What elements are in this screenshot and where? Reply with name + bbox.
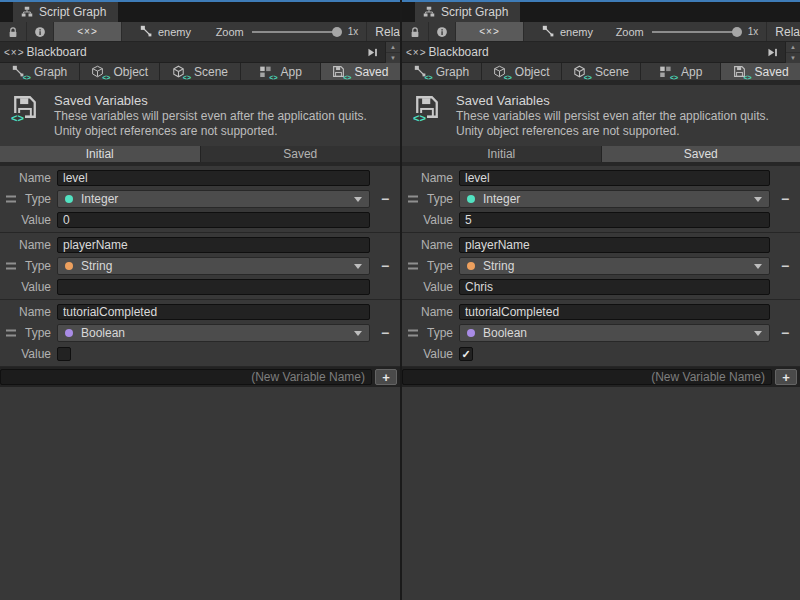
- drag-handle[interactable]: [408, 330, 418, 337]
- info-button[interactable]: [429, 22, 456, 41]
- string-type-dot: [65, 262, 73, 270]
- scroll-down-button[interactable]: ▼: [786, 52, 800, 63]
- drag-handle[interactable]: [408, 263, 418, 270]
- type-dropdown[interactable]: Boolean: [459, 324, 770, 342]
- tab-label: Scene: [194, 65, 228, 79]
- boolean-value-checkbox[interactable]: [57, 347, 71, 361]
- dock-toggle-button[interactable]: [766, 46, 779, 59]
- variable-name-input[interactable]: [459, 304, 770, 320]
- blackboard-title: Blackboard: [27, 45, 87, 59]
- scroll-up-button[interactable]: ▲: [386, 42, 400, 52]
- graph-nodes-icon: [542, 25, 555, 38]
- subtab-initial[interactable]: Initial: [0, 146, 201, 162]
- variable-value-input[interactable]: [57, 279, 370, 295]
- info-button[interactable]: [27, 22, 54, 41]
- remove-variable-button[interactable]: −: [381, 191, 389, 207]
- tab-scene[interactable]: <> Scene: [160, 63, 240, 80]
- scroll-down-button[interactable]: ▼: [386, 52, 400, 63]
- remove-variable-button[interactable]: −: [381, 325, 389, 341]
- window-tab-script-graph[interactable]: Script Graph: [13, 2, 118, 22]
- variable-name-input[interactable]: [459, 170, 770, 186]
- zoom-slider[interactable]: [252, 31, 338, 33]
- tab-label: Graph: [34, 65, 67, 79]
- tab-label: Graph: [436, 65, 469, 79]
- zoom-slider-thumb[interactable]: [732, 27, 742, 37]
- variable-name-input[interactable]: [459, 237, 770, 253]
- info-line-1: These variables will persist even after …: [54, 109, 367, 124]
- subtab-initial[interactable]: Initial: [402, 146, 602, 162]
- variable-name-input[interactable]: [57, 237, 370, 253]
- remove-variable-button[interactable]: −: [781, 258, 789, 274]
- new-variable-name-input[interactable]: [0, 369, 372, 385]
- window-tab-script-graph[interactable]: Script Graph: [415, 2, 520, 22]
- variable-value-input[interactable]: [459, 279, 770, 295]
- value-label: Value: [402, 347, 459, 361]
- type-dropdown[interactable]: Integer: [459, 190, 770, 208]
- remove-variable-button[interactable]: −: [781, 191, 789, 207]
- zoom-slider[interactable]: [652, 31, 738, 33]
- graph-reference-label: enemy: [158, 26, 191, 38]
- tab-scene[interactable]: <> Scene: [562, 63, 642, 80]
- tab-saved[interactable]: <> Saved: [721, 63, 800, 80]
- info-title: Saved Variables: [54, 92, 367, 109]
- chevron-down-icon: [354, 264, 362, 269]
- variable-value-input[interactable]: [459, 212, 770, 228]
- info-icon: [34, 26, 46, 38]
- graph-inspector-toggle-button[interactable]: <×>: [456, 22, 524, 41]
- type-dropdown[interactable]: Boolean: [57, 324, 370, 342]
- name-label: Name: [0, 238, 57, 252]
- new-variable-name-input[interactable]: [402, 369, 772, 385]
- code-badge-icon: <>: [269, 74, 277, 81]
- graph-reference-breadcrumb[interactable]: enemy: [542, 25, 593, 38]
- tab-graph[interactable]: <> Graph: [402, 63, 482, 80]
- type-dropdown[interactable]: String: [459, 257, 770, 275]
- tab-object[interactable]: <> Object: [482, 63, 562, 80]
- variable-value-input[interactable]: [57, 212, 370, 228]
- boolean-value-checkbox[interactable]: ✓: [459, 347, 473, 361]
- graph-inspector-toggle-button[interactable]: <×>: [54, 22, 122, 41]
- variable-row-playername: Name Type String − Value: [402, 233, 800, 300]
- remove-variable-button[interactable]: −: [381, 258, 389, 274]
- tab-app[interactable]: <> App: [641, 63, 721, 80]
- lock-button[interactable]: [402, 22, 429, 41]
- graph-reference-breadcrumb[interactable]: enemy: [140, 25, 191, 38]
- variable-name-input[interactable]: [57, 304, 370, 320]
- add-variable-button[interactable]: +: [775, 369, 797, 385]
- saved-variables-infobox: <> Saved Variables These variables will …: [0, 85, 400, 146]
- window-tab-strip: Script Graph: [402, 2, 800, 22]
- drag-handle[interactable]: [6, 263, 16, 270]
- remove-variable-button[interactable]: −: [781, 325, 789, 341]
- type-dropdown[interactable]: Integer: [57, 190, 370, 208]
- dock-toggle-button[interactable]: [366, 46, 379, 59]
- info-line-2: Unity object references are not supporte…: [456, 124, 769, 139]
- window-tab-title: Script Graph: [39, 5, 106, 19]
- graph-toolbar: <×> enemy Zoom 1x Rela: [0, 22, 400, 42]
- variable-name-input[interactable]: [57, 170, 370, 186]
- lock-icon: [7, 26, 19, 38]
- drag-handle[interactable]: [6, 330, 16, 337]
- tab-label: App: [281, 65, 302, 79]
- type-dropdown[interactable]: String: [57, 257, 370, 275]
- chevron-down-icon: [754, 264, 762, 269]
- drag-handle[interactable]: [408, 196, 418, 203]
- saved-variables-infobox: <> Saved Variables These variables will …: [402, 85, 800, 146]
- code-badge-icon: <>: [425, 74, 433, 81]
- tab-saved[interactable]: <> Saved: [321, 63, 400, 80]
- subtab-saved[interactable]: Saved: [602, 146, 800, 162]
- info-title: Saved Variables: [456, 92, 769, 109]
- tab-graph[interactable]: <> Graph: [0, 63, 80, 80]
- tab-object[interactable]: <> Object: [80, 63, 160, 80]
- lock-button[interactable]: [0, 22, 27, 41]
- tab-app[interactable]: <> App: [241, 63, 321, 80]
- blackboard-header: <×> Blackboard ▲ ▼: [0, 42, 400, 63]
- toolbar-divider: [366, 22, 367, 41]
- playbar-icon: [366, 46, 379, 59]
- add-variable-button[interactable]: +: [375, 369, 397, 385]
- tab-label: Object: [113, 65, 148, 79]
- scroll-up-button[interactable]: ▲: [786, 42, 800, 52]
- subtab-saved[interactable]: Saved: [201, 146, 401, 162]
- new-variable-row: +: [0, 367, 400, 387]
- drag-handle[interactable]: [6, 196, 16, 203]
- lock-icon: [409, 26, 421, 38]
- zoom-slider-thumb[interactable]: [332, 27, 342, 37]
